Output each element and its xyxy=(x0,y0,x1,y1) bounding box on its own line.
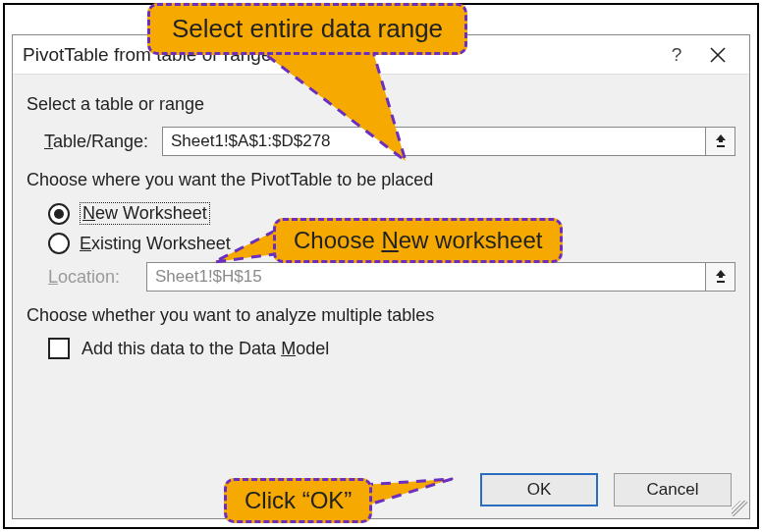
callout-tail xyxy=(253,45,430,168)
collapse-range-icon xyxy=(714,269,728,285)
callout-new-worksheet: Choose New worksheet xyxy=(273,218,563,263)
help-icon: ? xyxy=(672,44,682,66)
close-button[interactable] xyxy=(695,36,739,74)
cancel-label: Cancel xyxy=(647,480,699,500)
collapse-range-icon xyxy=(714,133,728,149)
radio-icon xyxy=(48,203,70,225)
radio-new-label: New Worksheet xyxy=(80,202,210,225)
callout-select-range: Select entire data range xyxy=(147,3,467,55)
callout-click-ok: Click “OK” xyxy=(224,478,372,523)
checkbox-data-model[interactable]: Add this data to the Data Model xyxy=(48,338,735,359)
table-range-input[interactable] xyxy=(162,127,706,156)
ok-label: OK xyxy=(527,480,552,500)
dialog-buttons: OK Cancel xyxy=(480,473,732,506)
svg-rect-2 xyxy=(717,145,725,147)
checkbox-label: Add this data to the Data Model xyxy=(82,339,329,359)
checkbox-icon xyxy=(48,338,70,359)
svg-rect-3 xyxy=(717,281,725,283)
ok-button[interactable]: OK xyxy=(480,473,598,506)
cancel-button[interactable]: Cancel xyxy=(614,473,732,506)
callout-tail xyxy=(363,479,457,514)
collapse-dialog-button-location[interactable] xyxy=(706,262,735,292)
collapse-dialog-button[interactable] xyxy=(706,127,735,156)
section-multi-label: Choose whether you want to analyze multi… xyxy=(27,305,735,326)
location-label: Location: xyxy=(48,267,146,288)
radio-existing-label: Existing Worksheet xyxy=(80,234,231,254)
section-place-label: Choose where you want the PivotTable to … xyxy=(27,170,735,190)
table-range-label: Table/Range: xyxy=(44,132,162,152)
close-icon xyxy=(710,47,726,63)
location-row: Location: xyxy=(48,262,735,292)
resize-grip[interactable] xyxy=(732,501,747,516)
help-button[interactable]: ? xyxy=(658,36,695,74)
radio-icon xyxy=(48,233,70,254)
